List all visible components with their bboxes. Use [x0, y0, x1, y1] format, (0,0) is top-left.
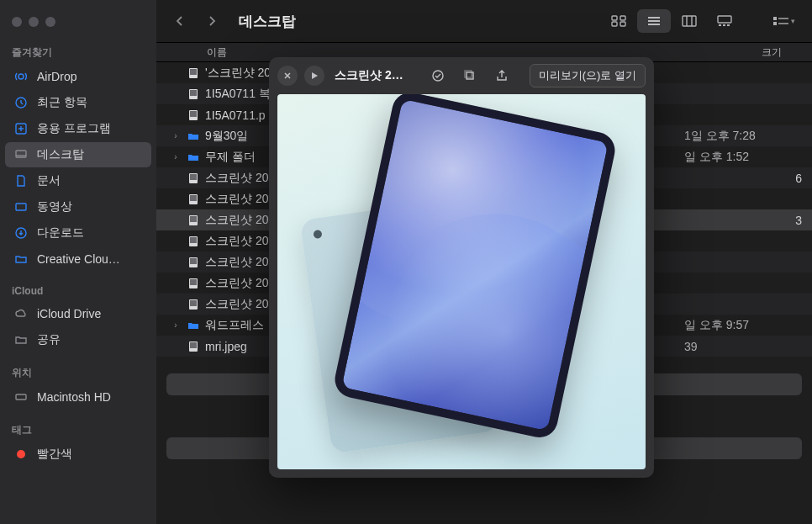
list-view-button[interactable]: [637, 9, 671, 33]
svg-rect-15: [727, 24, 730, 26]
sidebar-item-downloads[interactable]: 다운로드: [5, 220, 151, 246]
markup-button[interactable]: [425, 65, 451, 87]
shared-folder-icon: [13, 332, 29, 347]
sidebar-item-label: iCloud Drive: [37, 307, 101, 320]
close-window-button[interactable]: [12, 17, 22, 27]
rotate-button[interactable]: [457, 65, 482, 87]
svg-rect-6: [16, 394, 26, 400]
file-date: 1일 오후 7:28: [684, 129, 756, 144]
svg-rect-9: [612, 22, 617, 26]
quicklook-close-button[interactable]: [277, 66, 298, 86]
file-date: 일 오후 1:52: [684, 150, 749, 165]
svg-rect-42: [465, 71, 472, 77]
sidebar-item-label: 빨간색: [37, 447, 72, 462]
disclosure-triangle-icon[interactable]: ›: [170, 131, 182, 140]
svg-rect-8: [620, 16, 625, 20]
zoom-window-button[interactable]: [45, 17, 55, 27]
sidebar-item-label: 최근 항목: [37, 95, 87, 110]
folder-icon: [187, 319, 200, 332]
image-file-icon: [187, 109, 200, 122]
sidebar-item-airdrop[interactable]: AirDrop: [5, 64, 151, 89]
svg-rect-19: [190, 69, 197, 75]
svg-rect-37: [190, 300, 197, 306]
locations-header: 위치: [0, 361, 156, 384]
image-file-icon: [187, 66, 200, 80]
tags-header: 태그: [0, 418, 156, 441]
image-file-icon: [187, 193, 200, 206]
window-title: 데스크탑: [239, 12, 296, 31]
image-file-icon: [187, 214, 200, 227]
sidebar-item-label: 응용 프로그램: [37, 121, 111, 136]
image-file-icon: [187, 277, 200, 290]
sidebar-item-movies[interactable]: 동영상: [5, 194, 151, 220]
sidebar-item-label: 동영상: [37, 199, 72, 214]
quicklook-toolbar: 스크린샷 2… 미리보기(으)로 열기: [269, 57, 654, 94]
image-file-icon: [187, 235, 200, 248]
quicklook-title: 스크린샷 2…: [335, 68, 403, 83]
column-view-button[interactable]: [672, 9, 706, 33]
gallery-view-button[interactable]: [708, 9, 741, 33]
file-date: 39: [684, 340, 698, 353]
svg-rect-33: [190, 258, 197, 264]
folder-icon: [13, 251, 29, 267]
svg-point-40: [433, 71, 443, 81]
group-button[interactable]: ▾: [767, 9, 800, 33]
svg-rect-25: [190, 174, 197, 180]
svg-rect-23: [190, 111, 197, 117]
svg-rect-41: [467, 72, 473, 79]
sidebar-item-label: AirDrop: [37, 70, 76, 83]
svg-rect-17: [773, 22, 777, 25]
disclosure-triangle-icon[interactable]: ›: [170, 152, 182, 161]
disk-icon: [13, 389, 29, 405]
file-size: 3: [795, 214, 812, 227]
image-file-icon: [187, 256, 200, 269]
svg-rect-4: [16, 204, 26, 210]
svg-rect-27: [190, 195, 197, 201]
sidebar-item-icloud-drive[interactable]: iCloud Drive: [5, 301, 151, 326]
desktop-icon: [13, 147, 29, 162]
forward-button[interactable]: [200, 9, 224, 33]
image-file-icon: [187, 298, 200, 311]
sidebar-item-label: 문서: [37, 173, 61, 188]
open-with-preview-button[interactable]: 미리보기(으)로 열기: [530, 64, 646, 87]
toolbar: 데스크탑 ▾: [156, 0, 812, 42]
applications-icon: [13, 121, 29, 136]
svg-rect-21: [190, 90, 197, 96]
sidebar-item-creative-cloud[interactable]: Creative Clou…: [5, 246, 151, 272]
view-mode-group: [602, 9, 741, 33]
share-button[interactable]: [489, 65, 514, 87]
file-size: 6: [795, 172, 812, 185]
disclosure-triangle-icon[interactable]: ›: [170, 320, 182, 330]
sidebar-item-tag-red[interactable]: 빨간색: [5, 442, 151, 467]
cloud-icon: [13, 306, 29, 321]
icloud-header: iCloud: [0, 280, 156, 300]
column-header-size[interactable]: 크기: [762, 45, 812, 60]
svg-rect-39: [190, 342, 197, 348]
folder-icon: [187, 151, 200, 164]
sidebar-item-label: 공유: [37, 332, 61, 347]
sidebar-item-desktop[interactable]: 데스크탑: [5, 142, 151, 167]
svg-rect-10: [620, 22, 625, 26]
clock-icon: [13, 95, 29, 110]
sidebar-item-shared[interactable]: 공유: [5, 327, 151, 352]
svg-rect-14: [723, 24, 725, 26]
traffic-lights: [0, 8, 156, 40]
sidebar-item-recents[interactable]: 최근 항목: [5, 90, 151, 115]
svg-rect-7: [612, 16, 617, 20]
sidebar-item-documents[interactable]: 문서: [5, 168, 151, 193]
sidebar: 즐겨찾기 AirDrop 최근 항목 응용 프로그램 데스크탑 문서 동영상 다…: [0, 0, 156, 524]
sidebar-item-label: Creative Clou…: [37, 252, 120, 266]
minimize-window-button[interactable]: [29, 17, 39, 27]
quicklook-slideshow-button[interactable]: [304, 66, 324, 86]
favorites-header: 즐겨찾기: [0, 40, 156, 63]
back-button[interactable]: [168, 9, 192, 33]
icon-view-button[interactable]: [602, 9, 635, 33]
tag-dot-red-icon: [13, 447, 29, 462]
ipad-front-illustration: [331, 94, 618, 441]
sidebar-item-macintosh-hd[interactable]: Macintosh HD: [5, 384, 151, 410]
svg-rect-31: [190, 237, 197, 243]
airdrop-icon: [13, 69, 29, 84]
svg-rect-13: [719, 24, 721, 26]
quicklook-window: 스크린샷 2… 미리보기(으)로 열기: [269, 57, 654, 478]
sidebar-item-applications[interactable]: 응용 프로그램: [5, 116, 151, 141]
